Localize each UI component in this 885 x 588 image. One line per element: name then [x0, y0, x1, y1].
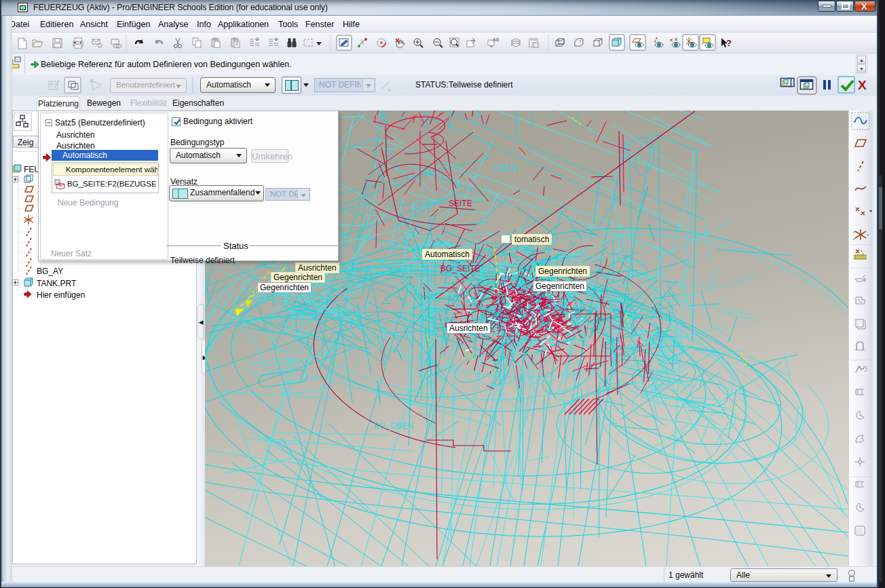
svg-text:x: x: [867, 233, 869, 237]
svg-text:z: z: [853, 237, 855, 241]
svg-text:BG_AY: BG_AY: [37, 267, 63, 276]
svg-text:y: y: [853, 229, 855, 233]
svg-text:?: ?: [726, 38, 732, 48]
svg-text:AB: AB: [493, 37, 500, 42]
svg-text:TANK.PRT: TANK.PRT: [37, 279, 77, 288]
svg-text:Hier einfügen: Hier einfügen: [37, 290, 85, 300]
